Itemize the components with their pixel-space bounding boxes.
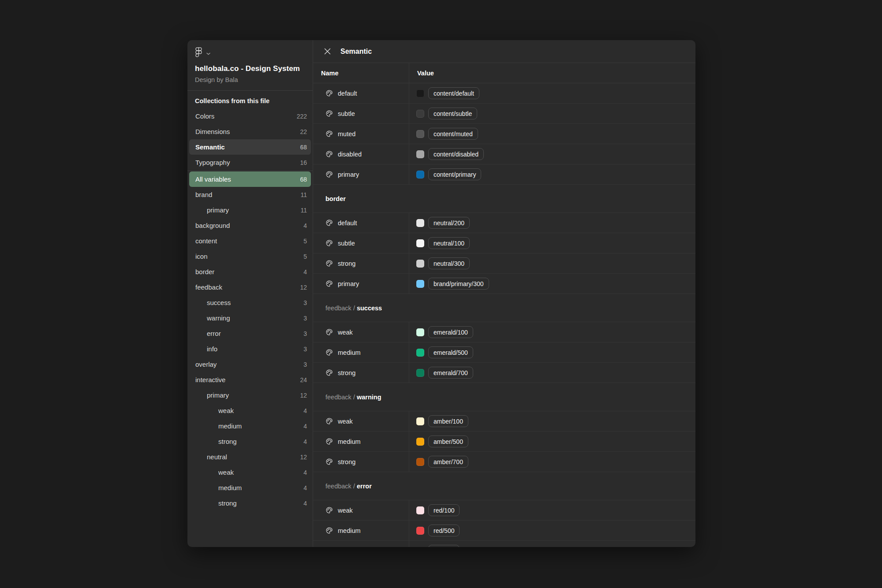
sidebar-item-label: feedback — [195, 283, 296, 291]
variable-name: default — [338, 220, 357, 227]
sidebar-item-success[interactable]: success3 — [189, 295, 311, 310]
sidebar-item-label: strong — [218, 499, 300, 507]
value-alias-pill[interactable]: content/default — [428, 87, 479, 99]
close-icon[interactable] — [324, 48, 331, 55]
variable-name: medium — [338, 527, 361, 534]
variable-name: strong — [338, 458, 355, 465]
sidebar-item-weak[interactable]: weak4 — [189, 403, 311, 418]
variable-row[interactable]: strongamber/700 — [313, 452, 695, 472]
sidebar-item-background[interactable]: background4 — [189, 218, 311, 233]
variable-name-cell: subtle — [313, 233, 409, 253]
palette-icon — [325, 417, 333, 425]
variable-name-cell: disabled — [313, 144, 409, 164]
sidebar-item-strong[interactable]: strong4 — [189, 495, 311, 511]
sidebar-item-weak[interactable]: weak4 — [189, 465, 311, 480]
variable-value-cell: amber/500 — [409, 432, 695, 451]
value-alias-pill[interactable]: amber/100 — [428, 415, 468, 427]
sidebar-item-count: 68 — [300, 176, 307, 183]
variable-name-cell: medium — [313, 342, 409, 362]
sidebar-item-semantic[interactable]: Semantic68 — [189, 139, 311, 155]
sidebar-item-border[interactable]: border4 — [189, 264, 311, 279]
sidebar-item-primary[interactable]: primary11 — [189, 202, 311, 218]
value-alias-pill[interactable]: content/disabled — [428, 148, 484, 160]
sidebar-item-info[interactable]: info3 — [189, 341, 311, 357]
sidebar-item-interactive[interactable]: interactive24 — [189, 372, 311, 387]
variable-row[interactable]: disabledcontent/disabled — [313, 144, 695, 164]
value-alias-pill[interactable]: emerald/100 — [428, 326, 473, 338]
variable-name-cell: strong — [313, 452, 409, 472]
variable-row[interactable]: weakamber/100 — [313, 411, 695, 432]
sidebar-item-count: 11 — [300, 207, 307, 214]
variable-row[interactable]: subtlecontent/subtle — [313, 104, 695, 124]
section-prefix: feedback / — [325, 483, 357, 490]
variable-name: disabled — [338, 151, 362, 158]
variable-row[interactable]: primarycontent/primary — [313, 164, 695, 185]
variable-row[interactable]: primarybrand/primary/300 — [313, 274, 695, 294]
variable-name: subtle — [338, 110, 355, 117]
variable-name: muted — [338, 130, 355, 138]
value-alias-pill[interactable]: amber/500 — [428, 435, 468, 447]
sidebar-item-icon[interactable]: icon5 — [189, 249, 311, 264]
sidebar-item-feedback[interactable]: feedback12 — [189, 279, 311, 295]
section-name: border — [325, 195, 346, 202]
variable-name: medium — [338, 349, 361, 356]
sidebar-item-count: 11 — [300, 191, 307, 198]
sidebar-item-content[interactable]: content5 — [189, 233, 311, 249]
value-alias-pill[interactable]: red/700 — [428, 545, 460, 547]
sidebar-item-label: error — [207, 330, 300, 337]
sidebar-item-label: medium — [218, 422, 300, 430]
value-alias-pill[interactable]: content/primary — [428, 168, 481, 180]
variable-row[interactable]: mediumamber/500 — [313, 432, 695, 452]
variable-name: strong — [338, 369, 355, 376]
file-menu[interactable] — [195, 47, 305, 59]
value-alias-pill[interactable]: neutral/200 — [428, 217, 470, 229]
color-swatch — [416, 349, 424, 357]
sidebar-item-colors[interactable]: Colors222 — [189, 108, 311, 124]
variable-row[interactable]: weakemerald/100 — [313, 322, 695, 342]
variable-row[interactable]: strongred/700 — [313, 541, 695, 547]
sidebar-item-typography[interactable]: Typography16 — [189, 155, 311, 170]
sidebar-item-dimensions[interactable]: Dimensions22 — [189, 124, 311, 139]
value-alias-pill[interactable]: red/500 — [428, 525, 460, 536]
collection-header: Semantic — [313, 40, 695, 63]
value-alias-pill[interactable]: amber/700 — [428, 456, 468, 468]
palette-icon — [325, 328, 333, 336]
variable-row[interactable]: strongneutral/300 — [313, 253, 695, 274]
variable-row[interactable]: weakred/100 — [313, 500, 695, 521]
sidebar-item-primary[interactable]: primary12 — [189, 387, 311, 403]
color-swatch — [416, 239, 424, 247]
table-column-header: Name Value — [313, 63, 695, 83]
sidebar-item-strong[interactable]: strong4 — [189, 434, 311, 449]
color-swatch — [416, 150, 424, 158]
value-alias-pill[interactable]: red/100 — [428, 504, 460, 516]
value-alias-pill[interactable]: emerald/500 — [428, 346, 473, 358]
variable-row[interactable]: defaultcontent/default — [313, 83, 695, 104]
variable-value-cell: brand/primary/300 — [409, 274, 695, 294]
sidebar-item-all-variables[interactable]: All variables68 — [189, 171, 311, 187]
variable-row[interactable]: mediumemerald/500 — [313, 342, 695, 363]
value-alias-pill[interactable]: content/muted — [428, 128, 478, 140]
value-alias-pill[interactable]: neutral/100 — [428, 237, 470, 249]
sidebar-item-neutral[interactable]: neutral12 — [189, 449, 311, 465]
variable-value-cell: amber/700 — [409, 452, 695, 472]
sidebar-item-count: 16 — [300, 159, 307, 166]
sidebar-item-error[interactable]: error3 — [189, 326, 311, 341]
sidebar-item-medium[interactable]: medium4 — [189, 480, 311, 495]
sidebar-item-label: icon — [195, 253, 300, 260]
variable-row[interactable]: mediumred/500 — [313, 521, 695, 541]
variable-row[interactable]: defaultneutral/200 — [313, 213, 695, 233]
sidebar-item-medium[interactable]: medium4 — [189, 418, 311, 434]
value-alias-pill[interactable]: emerald/700 — [428, 367, 473, 379]
variables-table-body: defaultcontent/defaultsubtlecontent/subt… — [313, 83, 695, 547]
variable-name: weak — [338, 418, 353, 425]
variable-row[interactable]: subtleneutral/100 — [313, 233, 695, 253]
sidebar-item-warning[interactable]: warning3 — [189, 310, 311, 326]
sidebar-item-brand[interactable]: brand11 — [189, 187, 311, 202]
variable-row[interactable]: strongemerald/700 — [313, 363, 695, 383]
variable-row[interactable]: mutedcontent/muted — [313, 124, 695, 144]
value-alias-pill[interactable]: neutral/300 — [428, 257, 470, 269]
value-alias-pill[interactable]: brand/primary/300 — [428, 278, 489, 290]
sidebar-item-overlay[interactable]: overlay3 — [189, 357, 311, 372]
value-alias-pill[interactable]: content/subtle — [428, 108, 477, 119]
palette-icon — [325, 260, 333, 267]
